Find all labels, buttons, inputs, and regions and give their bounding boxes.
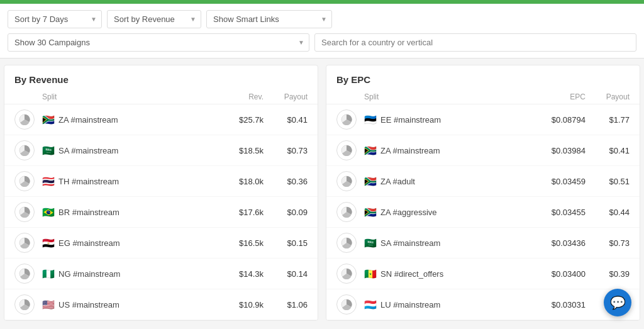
table-row: 🇱🇺 LU #mainstream $0.03031 $3.67 xyxy=(326,289,640,320)
sort-by-revenue-select[interactable]: Sort by Revenue Sort by EPC Sort by Payo… xyxy=(107,10,201,28)
split-label: EE #mainstream xyxy=(380,115,441,125)
rev-value: $18.5k xyxy=(219,146,264,155)
flag-icon: 🇿🇦 xyxy=(42,114,55,126)
split-cell: 🇿🇦 ZA #mainstream xyxy=(42,114,219,126)
epc-value: $0.03455 xyxy=(535,208,586,217)
table-row: 🇸🇳 SN #direct_offers $0.03400 $0.39 xyxy=(326,259,640,289)
pie-chart-icon[interactable] xyxy=(14,294,35,315)
split-label: ZA #adult xyxy=(380,177,415,186)
payout-value: $0.73 xyxy=(586,238,630,248)
pie-chart-icon[interactable] xyxy=(336,202,357,222)
epc-value: $0.03400 xyxy=(535,269,586,279)
split-label: SA #mainstream xyxy=(380,238,440,248)
pie-chart-icon[interactable] xyxy=(336,264,357,284)
pie-chart-icon[interactable] xyxy=(336,171,357,191)
pie-chart-icon[interactable] xyxy=(14,109,35,130)
pie-svg xyxy=(341,145,352,156)
epc-value: $0.03459 xyxy=(535,177,586,186)
split-label: ZA #mainstream xyxy=(58,115,118,125)
payout-header: Payout xyxy=(264,92,308,101)
search-input[interactable] xyxy=(314,33,636,52)
split-cell: 🇿🇦 ZA #mainstream xyxy=(364,145,535,157)
table-row: 🇿🇦 ZA #adult $0.03459 $0.51 xyxy=(326,166,640,197)
pie-svg xyxy=(19,299,30,310)
split-cell: 🇸🇦 SA #mainstream xyxy=(42,145,219,157)
by-revenue-panel: By Revenue Split Rev. Payout 🇿🇦 ZA #main… xyxy=(4,65,318,321)
show-campaigns-wrapper: Show 30 Campaigns Show 10 Campaigns Show… xyxy=(8,33,309,52)
split-label: SA #mainstream xyxy=(58,146,118,155)
table-row: 🇿🇦 ZA #mainstream $0.03984 $0.41 xyxy=(326,135,640,166)
pie-chart-icon[interactable] xyxy=(336,233,357,253)
epc-payout-header: Payout xyxy=(586,92,630,101)
flag-icon: 🇪🇬 xyxy=(42,237,55,249)
flag-icon: 🇸🇦 xyxy=(364,237,377,249)
table-row: 🇿🇦 ZA #mainstream $25.7k $0.41 xyxy=(4,104,318,135)
flag-icon: 🇿🇦 xyxy=(364,206,377,218)
flag-icon: 🇧🇷 xyxy=(42,206,55,218)
payout-value: $0.09 xyxy=(264,208,308,217)
flag-icon: 🇳🇬 xyxy=(42,268,55,280)
split-label: LU #mainstream xyxy=(380,300,440,309)
flag-icon: 🇱🇺 xyxy=(364,299,377,311)
split-cell: 🇺🇸 US #mainstream xyxy=(42,299,219,311)
sort-by-days-wrapper: Sort by 7 Days Sort by 1 Day Sort by 30 … xyxy=(8,10,102,28)
split-cell: 🇪🇬 EG #mainstream xyxy=(42,237,219,249)
by-epc-panel: By EPC Split EPC Payout 🇪🇪 EE #mainstrea… xyxy=(326,65,640,321)
epc-value: $0.03436 xyxy=(535,238,586,248)
payout-value: $1.77 xyxy=(586,115,630,125)
pie-chart-icon[interactable] xyxy=(336,140,357,160)
table-row: 🇳🇬 NG #mainstream $14.3k $0.14 xyxy=(4,259,318,289)
show-smart-links-select[interactable]: Show Smart Links Hide Smart Links xyxy=(206,10,332,28)
pie-svg xyxy=(19,206,30,218)
rev-value: $17.6k xyxy=(219,208,264,217)
flag-icon: 🇹🇭 xyxy=(42,176,55,187)
table-row: 🇧🇷 BR #mainstream $17.6k $0.09 xyxy=(4,197,318,228)
pie-svg xyxy=(19,114,30,125)
sort-by-revenue-wrapper: Sort by Revenue Sort by EPC Sort by Payo… xyxy=(107,10,201,28)
rev-value: $14.3k xyxy=(219,269,264,279)
payout-value: $0.73 xyxy=(264,146,308,155)
payout-value: $0.36 xyxy=(264,177,308,186)
main-content: By Revenue Split Rev. Payout 🇿🇦 ZA #main… xyxy=(0,59,644,327)
table-row: 🇺🇸 US #mainstream $10.9k $1.06 xyxy=(4,289,318,320)
split-cell: 🇸🇦 SA #mainstream xyxy=(364,237,535,249)
by-epc-rows: 🇪🇪 EE #mainstream $0.08794 $1.77 🇿🇦 ZA #… xyxy=(326,104,640,320)
chat-icon: 💬 xyxy=(610,295,626,310)
split-cell: 🇧🇷 BR #mainstream xyxy=(42,206,219,218)
table-row: 🇿🇦 ZA #aggressive $0.03455 $0.44 xyxy=(326,197,640,228)
rev-value: $16.5k xyxy=(219,238,264,248)
payout-value: $0.41 xyxy=(586,146,630,155)
split-cell: 🇸🇳 SN #direct_offers xyxy=(364,268,535,280)
show-campaigns-select[interactable]: Show 30 Campaigns Show 10 Campaigns Show… xyxy=(8,33,309,52)
payout-value: $1.06 xyxy=(264,300,308,309)
pie-chart-icon[interactable] xyxy=(336,109,357,130)
pie-svg xyxy=(341,176,352,187)
pie-chart-icon[interactable] xyxy=(14,140,35,160)
split-cell: 🇹🇭 TH #mainstream xyxy=(42,176,219,187)
split-label: ZA #aggressive xyxy=(380,208,437,217)
sort-by-days-select[interactable]: Sort by 7 Days Sort by 1 Day Sort by 30 … xyxy=(8,10,102,28)
payout-value: $0.41 xyxy=(264,115,308,125)
rev-value: $18.0k xyxy=(219,177,264,186)
pie-svg xyxy=(19,145,30,156)
pie-svg xyxy=(341,114,352,125)
by-revenue-header: Split Rev. Payout xyxy=(4,90,318,104)
by-epc-header: Split EPC Payout xyxy=(326,90,640,104)
split-label: BR #mainstream xyxy=(58,208,119,217)
table-row: 🇹🇭 TH #mainstream $18.0k $0.36 xyxy=(4,166,318,197)
pie-chart-icon[interactable] xyxy=(336,294,357,315)
pie-chart-icon[interactable] xyxy=(14,202,35,222)
split-label: US #mainstream xyxy=(58,300,119,309)
rev-header: Rev. xyxy=(219,92,264,101)
pie-chart-icon[interactable] xyxy=(14,233,35,253)
flag-icon: 🇸🇦 xyxy=(42,145,55,157)
split-cell: 🇱🇺 LU #mainstream xyxy=(364,299,535,311)
pie-chart-icon[interactable] xyxy=(14,171,35,191)
epc-value: $0.03031 xyxy=(535,300,586,309)
chat-bubble-button[interactable]: 💬 xyxy=(604,289,631,316)
split-label: SN #direct_offers xyxy=(380,269,443,279)
by-revenue-title: By Revenue xyxy=(4,65,318,90)
table-row: 🇪🇪 EE #mainstream $0.08794 $1.77 xyxy=(326,104,640,135)
pie-chart-icon[interactable] xyxy=(14,264,35,284)
pie-svg xyxy=(19,268,30,279)
